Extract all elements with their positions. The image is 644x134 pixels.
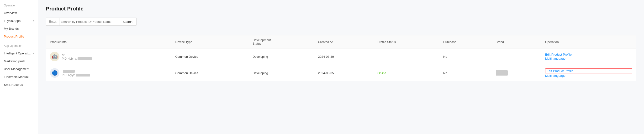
col-created-at: Created At [314, 35, 374, 49]
col-operation: Operation [541, 35, 636, 49]
sidebar-item-product-profile[interactable]: Product Profile [0, 33, 38, 40]
product-pid-1: PID: 4cbmx [62, 57, 92, 60]
sidebar-item-marketing-push[interactable]: Marketing push [0, 57, 38, 65]
sidebar: Operation Overview Tuya's Apps ∧ My Bran… [0, 0, 38, 134]
product-name-1: hh [62, 53, 92, 57]
op-links-1: Edit Product Profile Multi-language [545, 53, 632, 60]
cell-brand-1: - [492, 49, 541, 65]
chevron-up-icon-2: ∧ [32, 52, 34, 55]
cell-created-at-1: 2024-08-30 [314, 49, 374, 65]
sidebar-item-label-electronic-manual: Electronic Manual [4, 75, 28, 79]
avatar-1: 🤖 [50, 52, 60, 61]
sidebar-item-electronic-manual[interactable]: Electronic Manual [0, 73, 38, 81]
cell-purchase-2: No [440, 65, 492, 81]
col-brand: Brand [492, 35, 541, 49]
cell-profile-status-2: Online [374, 65, 440, 81]
avatar-2: 🔵 [50, 68, 60, 78]
cell-device-type-1: Common Device [172, 49, 249, 65]
cell-device-type-2: Common Device [172, 65, 249, 81]
chevron-up-icon: ∧ [32, 19, 34, 22]
sidebar-item-label-product-profile: Product Profile [4, 35, 24, 38]
product-info-wrapper-2: 🔵 PID: l7yyz [50, 68, 168, 78]
col-profile-status: Profile Status [374, 35, 440, 49]
search-input[interactable] [60, 18, 119, 25]
search-button[interactable]: Search [119, 18, 136, 25]
product-details-1: hh PID: 4cbmx [62, 53, 92, 60]
cell-operation-1: Edit Product Profile Multi-language [541, 49, 636, 65]
col-product-info: Product Info [46, 35, 172, 49]
cell-operation-2: Edit Product Profile Multi-language [541, 65, 636, 81]
sidebar-section-operation: Operation [0, 0, 38, 9]
col-purchase: Purchase [440, 35, 492, 49]
cell-product-info-1: 🤖 hh PID: 4cbmx [46, 49, 172, 65]
product-name-2 [62, 69, 90, 73]
pid-redacted-1 [78, 57, 92, 60]
sidebar-item-tuyas-apps[interactable]: Tuya's Apps ∧ [0, 17, 38, 25]
product-pid-2: PID: l7yyz [62, 73, 90, 77]
cell-product-info-2: 🔵 PID: l7yyz [46, 65, 172, 81]
multi-language-link-2[interactable]: Multi-language [545, 74, 632, 77]
page-title: Product Profile [46, 6, 636, 12]
brand-thumbnail-2 [496, 70, 508, 75]
cell-profile-status-1 [374, 49, 440, 65]
sidebar-item-label-tuyas-apps: Tuya's Apps [4, 19, 20, 23]
sidebar-section-app-operation: App Operation [0, 40, 38, 49]
sidebar-item-label-overview: Overview [4, 11, 17, 15]
pid-redacted-2 [76, 74, 90, 76]
sidebar-item-label-sms-records: SMS Records [4, 83, 23, 86]
status-online-badge: Online [378, 71, 386, 75]
cell-purchase-1: No [440, 49, 492, 65]
table-row: 🤖 hh PID: 4cbmx Common Device Developing… [46, 49, 636, 65]
name-redacted-2 [63, 70, 75, 73]
multi-language-link-1[interactable]: Multi-language [545, 57, 632, 60]
sidebar-item-intelligent-operation[interactable]: Intelligent Operati... ∧ [0, 49, 38, 57]
table-header-row: Product Info Device Type Development Sta… [46, 35, 636, 49]
sidebar-item-label-intelligent-operation: Intelligent Operati... [4, 52, 31, 55]
sidebar-item-my-brands[interactable]: My Brands [0, 25, 38, 33]
sidebar-item-overview[interactable]: Overview [0, 9, 38, 17]
op-links-2: Edit Product Profile Multi-language [545, 68, 632, 77]
sidebar-item-sms-records[interactable]: SMS Records [0, 81, 38, 89]
main-content: Product Profile Enter: Search Product In… [38, 0, 644, 134]
sidebar-item-label-my-brands: My Brands [4, 27, 18, 30]
product-details-2: PID: l7yyz [62, 69, 90, 77]
cell-created-at-2: 2024-08-05 [314, 65, 374, 81]
product-info-wrapper-1: 🤖 hh PID: 4cbmx [50, 52, 168, 61]
col-device-type: Device Type [172, 35, 249, 49]
cell-brand-2 [492, 65, 541, 81]
product-profile-table: Product Info Device Type Development Sta… [46, 35, 636, 81]
col-dev-status: Development Status [249, 35, 314, 49]
cell-dev-status-2: Developing [249, 65, 314, 81]
sidebar-item-label-user-management: User Management [4, 67, 29, 71]
edit-product-profile-link-2[interactable]: Edit Product Profile [545, 68, 632, 73]
sidebar-item-label-marketing-push: Marketing push [4, 59, 25, 63]
sidebar-item-user-management[interactable]: User Management [0, 65, 38, 73]
search-label: Enter: [46, 18, 60, 25]
table-row: 🔵 PID: l7yyz Common Device [46, 65, 636, 81]
cell-dev-status-1: Developing [249, 49, 314, 65]
search-bar: Enter: Search [46, 18, 136, 26]
edit-product-profile-link-1[interactable]: Edit Product Profile [545, 53, 632, 56]
